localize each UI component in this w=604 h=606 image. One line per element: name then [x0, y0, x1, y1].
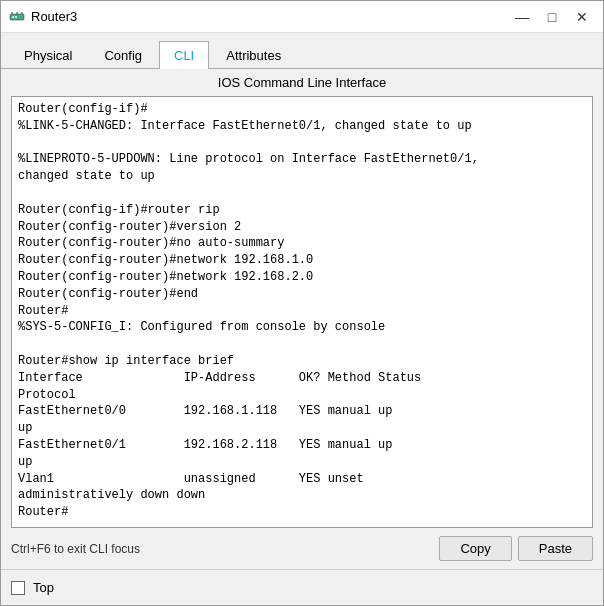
svg-point-2 [15, 16, 17, 18]
tab-attributes[interactable]: Attributes [211, 41, 296, 69]
cli-scroll[interactable]: Router(config-if)# %LINK-5-CHANGED: Inte… [12, 97, 592, 527]
tab-bar: Physical Config CLI Attributes [1, 33, 603, 69]
close-button[interactable]: ✕ [569, 6, 595, 28]
tab-cli[interactable]: CLI [159, 41, 209, 69]
router-icon [9, 9, 25, 25]
hint-text: Ctrl+F6 to exit CLI focus [11, 542, 140, 556]
title-bar: Router3 — □ ✕ [1, 1, 603, 33]
section-header: IOS Command Line Interface [1, 69, 603, 96]
svg-point-1 [12, 16, 14, 18]
maximize-button[interactable]: □ [539, 6, 565, 28]
paste-button[interactable]: Paste [518, 536, 593, 561]
top-label: Top [33, 580, 54, 595]
title-bar-left: Router3 [9, 9, 77, 25]
button-group: Copy Paste [439, 536, 593, 561]
copy-button[interactable]: Copy [439, 536, 511, 561]
cli-area[interactable]: Router(config-if)# %LINK-5-CHANGED: Inte… [11, 96, 593, 528]
top-checkbox[interactable] [11, 581, 25, 595]
title-controls: — □ ✕ [509, 6, 595, 28]
cli-content: Router(config-if)# %LINK-5-CHANGED: Inte… [12, 97, 592, 525]
main-window: Router3 — □ ✕ Physical Config CLI Attrib… [0, 0, 604, 606]
minimize-button[interactable]: — [509, 6, 535, 28]
tab-physical[interactable]: Physical [9, 41, 87, 69]
bottom-bar: Ctrl+F6 to exit CLI focus Copy Paste [1, 528, 603, 569]
window-title: Router3 [31, 9, 77, 24]
footer-bar: Top [1, 569, 603, 605]
tab-config[interactable]: Config [89, 41, 157, 69]
